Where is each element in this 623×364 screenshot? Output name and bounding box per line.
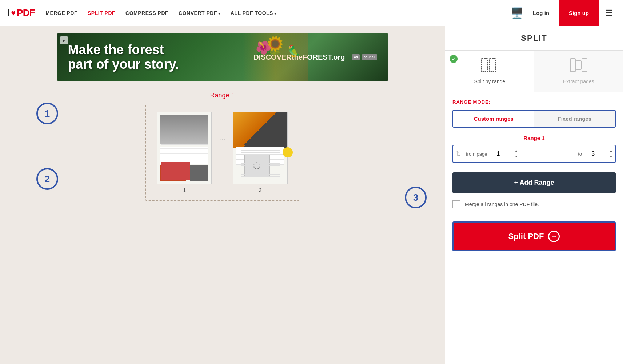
main-layout: ▶ Make the forest part of your story. 🌻 … [0,26,623,364]
nav-compress-pdf[interactable]: COMPRESS PDF [125,10,168,16]
ad-text: Make the forest part of your story. [68,43,179,71]
logo-heart-icon: ♥ [11,8,15,18]
left-panel: ▶ Make the forest part of your story. 🌻 … [0,26,445,364]
range-mode-label: RANGE MODE: [452,99,616,105]
ad-badges: ad council [352,54,377,60]
step2-circle: 2 [36,168,58,190]
login-button[interactable]: Log in [527,7,555,19]
svg-rect-3 [570,59,575,72]
split-title: SPLIT [445,26,623,51]
custom-ranges-button[interactable]: Custom ranges [452,110,535,128]
step1-circle: 1 [36,103,58,124]
split-pdf-button[interactable]: Split PDF → [452,221,616,251]
logo-i: I [7,7,9,19]
logo[interactable]: I ♥ PDF [7,7,35,19]
from-spinners: ▲ ▼ [512,148,520,160]
split-modes: ✓ Split by range [445,51,623,92]
split-pdf-label: Split PDF [508,232,544,241]
range-preview-label: Range 1 [210,92,235,99]
page-thumbnail-1 [157,112,212,184]
ad-badge-ad: ad [352,54,360,60]
page-thumb-3: ⬡ 3 [233,112,288,193]
range-mode-section: RANGE MODE: Custom ranges Fixed ranges [445,92,623,131]
to-label: to [575,151,585,157]
range-mode-buttons: Custom ranges Fixed ranges [452,110,616,128]
split-range-icon [480,58,499,76]
step3-circle: 3 [405,187,427,208]
nav-all-tools[interactable]: ALL PDF TOOLS [231,10,276,16]
ad-badge-council: council [362,54,377,60]
logo-pdf: PDF [17,7,35,19]
split-btn-wrapper: Split PDF → [445,216,623,259]
right-panel: SPLIT ✓ Split by range [445,26,623,364]
from-decrement-button[interactable]: ▼ [512,154,520,160]
to-page-input[interactable] [585,145,607,162]
nav-convert-pdf[interactable]: CONVERT PDF [179,10,220,16]
check-icon: ✓ [450,55,458,63]
to-box: to ▲ ▼ [575,145,615,162]
from-box: from page ▲ ▼ [463,145,575,162]
svg-rect-0 [481,59,488,72]
range1-title: Range 1 [452,135,616,141]
page-thumbnail-3: ⬡ [233,112,288,184]
extract-pages-label: Extract pages [563,79,594,84]
page-thumb-1: 1 [157,112,212,193]
yellow-dot [283,147,293,157]
header-right: 🖥️ Log in Sign up ☰ [511,0,616,26]
range1-section: Range 1 ⇅ from page ▲ ▼ to ▲ ▼ [445,131,623,167]
svg-rect-4 [582,59,587,72]
from-page-input[interactable] [490,145,512,162]
mode-split-by-range[interactable]: ✓ Split by range [445,51,534,92]
add-range-button[interactable]: + Add Range [452,172,616,193]
ad-play-icon: ▶ [60,36,68,44]
nav-split-pdf[interactable]: SPLIT PDF [88,10,115,16]
page-num-3: 3 [259,187,262,193]
header: I ♥ PDF MERGE PDF SPLIT PDF COMPRESS PDF… [0,0,623,26]
to-increment-button[interactable]: ▲ [607,148,615,154]
from-increment-button[interactable]: ▲ [512,148,520,154]
signup-button[interactable]: Sign up [559,0,599,26]
range1-row: ⇅ from page ▲ ▼ to ▲ ▼ [452,145,616,163]
merge-row: Merge all ranges in one PDF file. [445,199,623,216]
svg-rect-5 [576,61,581,69]
page-num-1: 1 [183,187,186,193]
menu-button[interactable]: ☰ [603,5,616,21]
range-preview-box: 1 ... ⬡ 3 [145,104,299,201]
fixed-ranges-button[interactable]: Fixed ranges [534,111,615,127]
monitor-download-icon: 🖥️ [511,7,523,19]
split-by-range-label: Split by range [474,79,505,84]
mode-extract-pages[interactable]: Extract pages [534,51,623,92]
to-spinners: ▲ ▼ [607,148,615,160]
ellipsis: ... [219,133,225,143]
to-decrement-button[interactable]: ▼ [607,154,615,160]
sort-handle[interactable]: ⇅ [453,147,463,161]
download-button[interactable]: 🖥️ [511,7,523,19]
split-pdf-arrow-icon: → [548,231,560,242]
ad-banner: ▶ Make the forest part of your story. 🌻 … [57,33,388,81]
nav-merge-pdf[interactable]: MERGE PDF [45,10,77,16]
main-nav: MERGE PDF SPLIT PDF COMPRESS PDF CONVERT… [45,10,500,16]
svg-rect-1 [489,59,496,72]
extract-pages-icon [570,58,588,76]
from-label: from page [463,151,490,157]
merge-checkbox[interactable] [452,200,460,208]
merge-label: Merge all ranges in one PDF file. [465,201,539,207]
